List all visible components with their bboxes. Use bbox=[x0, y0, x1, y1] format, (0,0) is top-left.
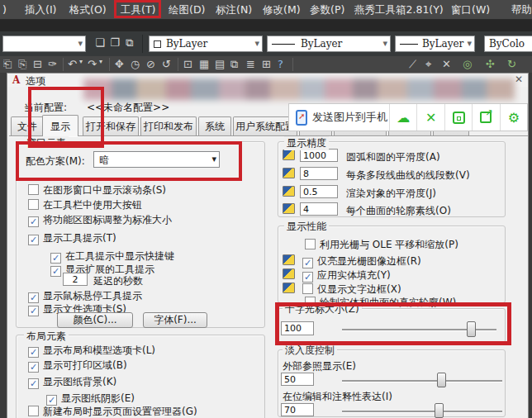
menu-item-dimension[interactable]: 标注(N) bbox=[216, 3, 252, 17]
sheet-set-icon[interactable]: ⧉ bbox=[230, 58, 238, 71]
lineweight-glyph bbox=[400, 44, 418, 45]
plotstyle-combo[interactable]: ByColo bbox=[484, 36, 532, 52]
redo-icon[interactable]: ↷ bbox=[88, 58, 97, 70]
check-page-setup-manager[interactable]: 新建布局时显示页面设置管理器(G) bbox=[28, 405, 197, 416]
inplace-edit-slider-handle[interactable] bbox=[435, 403, 444, 418]
tab-system[interactable]: 系统 bbox=[198, 116, 231, 135]
menu-item-clipped[interactable]: ) bbox=[2, 3, 7, 16]
check-tooltips[interactable]: ✓显示工具提示(T) bbox=[28, 231, 116, 243]
checkbox[interactable] bbox=[305, 239, 316, 249]
check-paper-background[interactable]: ✓显示图纸背景(K) bbox=[28, 375, 116, 387]
layer-states-icon[interactable]: ⧉ bbox=[122, 36, 137, 50]
send-to-phone-button[interactable]: ➚ 发送图片到手机 bbox=[289, 104, 390, 131]
delay-seconds-field[interactable] bbox=[63, 273, 88, 286]
linetype-combo[interactable]: ByLayer ▾ bbox=[267, 36, 391, 52]
properties-palette-icon[interactable]: ⊡ bbox=[183, 58, 192, 70]
checkbox[interactable]: ✓ bbox=[302, 272, 313, 283]
check-label: 显示可打印区域(B) bbox=[43, 359, 127, 371]
xref-display-slider-track[interactable] bbox=[342, 380, 502, 382]
menu-item-yanxiu-toolbox[interactable]: 燕秀工具箱2.81(Y) bbox=[354, 3, 444, 17]
revolve-icon[interactable]: ↻ bbox=[507, 58, 516, 70]
construction-line-icon[interactable]: ⟋ bbox=[409, 58, 416, 71]
arc-smoothness-field[interactable] bbox=[300, 149, 338, 162]
color-combo[interactable]: ByLayer ▾ bbox=[149, 36, 263, 52]
checkbox[interactable]: ✓ bbox=[28, 235, 39, 245]
xref-display-slider-handle[interactable] bbox=[437, 373, 446, 387]
check-large-buttons[interactable]: 在工具栏中使用大按钮 bbox=[28, 198, 142, 210]
checkbox[interactable]: ✓ bbox=[28, 362, 39, 373]
circle-constraint-icon[interactable]: ◎ bbox=[463, 58, 472, 70]
checkbox[interactable]: ✓ bbox=[28, 378, 39, 389]
settings-button[interactable]: ⚙ bbox=[501, 104, 527, 131]
check-raster-frame-only[interactable]: ✓仅亮显光栅图像边框(R) bbox=[302, 254, 421, 266]
paste-icon[interactable]: ⎘ bbox=[18, 58, 26, 71]
check-rollover-tooltips[interactable]: ✓显示鼠标悬停工具提示 bbox=[28, 289, 142, 301]
menu-item-window[interactable]: 窗口(W) bbox=[451, 3, 490, 17]
check-scrollbars[interactable]: 在图形窗口中显示滚动条(S) bbox=[28, 183, 166, 195]
checkbox[interactable] bbox=[28, 406, 39, 416]
check-raster-ole-pan-zoom[interactable]: 利用光栅与 OLE 平移和缩放(P) bbox=[305, 238, 458, 249]
zoom-previous-icon[interactable]: ↺ bbox=[162, 58, 171, 70]
cloud-upload-button[interactable]: ☁ bbox=[390, 104, 417, 131]
help-icon[interactable]: ? bbox=[278, 58, 283, 70]
layer-previous-icon[interactable]: ❐ bbox=[107, 36, 122, 50]
check-solid-fill[interactable]: ✓应用实体填充(Y) bbox=[302, 268, 391, 280]
colors-button[interactable]: 颜色(C)... bbox=[57, 312, 133, 328]
menu-item-format[interactable]: 格式(O) bbox=[69, 3, 107, 17]
lineweight-combo[interactable]: ByLayer ▾ bbox=[395, 36, 475, 52]
share-button[interactable]: ↗ bbox=[473, 104, 500, 131]
inplace-edit-field[interactable] bbox=[281, 403, 314, 416]
rendered-smoothness-field[interactable] bbox=[300, 185, 338, 198]
check-printable-area[interactable]: ✓显示可打印区域(B) bbox=[28, 359, 127, 370]
menu-item-draw[interactable]: 绘图(D) bbox=[169, 3, 205, 17]
polyline-segments-field[interactable] bbox=[300, 167, 338, 180]
check-layout-model-tabs[interactable]: ✓显示布局和模型选项卡(L) bbox=[28, 344, 155, 355]
checkbox[interactable]: ✓ bbox=[28, 216, 39, 227]
check-paper-shadow[interactable]: ✓显示图纸阴影(E) bbox=[46, 392, 135, 403]
annotation-box-tools-menu bbox=[114, 0, 161, 18]
pan-icon[interactable]: ✥ bbox=[115, 58, 124, 70]
point-style-icon[interactable]: ⌖ bbox=[425, 58, 431, 71]
toolbar-separator bbox=[292, 58, 293, 71]
checkbox[interactable]: ✓ bbox=[28, 306, 39, 316]
plot-icon[interactable]: ⊟ bbox=[33, 58, 42, 70]
checkbox[interactable] bbox=[28, 184, 39, 195]
surface-contour-field[interactable] bbox=[300, 202, 338, 216]
check-shortcut-keys-in-tooltips[interactable]: ✓在工具提示中显示快捷键 bbox=[50, 249, 174, 261]
check-text-boundary-only[interactable]: 仅显示文字边框(X) bbox=[302, 283, 401, 294]
xref-display-field[interactable] bbox=[281, 373, 314, 386]
menu-item-help[interactable]: 帮助 bbox=[511, 3, 532, 17]
checkbox[interactable]: ✓ bbox=[302, 258, 313, 268]
checkbox[interactable] bbox=[302, 283, 313, 294]
check-ribbon-icon-size[interactable]: ✓将功能区图标调整为标准大小 bbox=[28, 213, 172, 225]
menu-item-modify[interactable]: 修改(M) bbox=[263, 3, 301, 17]
close-icon[interactable]: ✕ bbox=[515, 74, 523, 85]
designcenter-icon[interactable]: ▦ bbox=[199, 58, 209, 70]
geometric-constraint-icon[interactable]: ✣ bbox=[486, 58, 495, 70]
redo-dropdown-icon[interactable]: ▾ bbox=[99, 58, 102, 65]
undo-icon[interactable]: ↶ bbox=[68, 58, 77, 70]
inplace-edit-slider-track[interactable] bbox=[342, 411, 502, 412]
copy-icon[interactable]: ⎗ bbox=[3, 58, 12, 71]
zoom-window-icon[interactable]: ⊘ bbox=[146, 58, 155, 70]
erase-icon[interactable]: ✕ bbox=[442, 58, 451, 70]
checkbox[interactable]: ✓ bbox=[28, 347, 39, 358]
match-properties-icon[interactable]: ✑ bbox=[48, 58, 57, 70]
tab-plot-publish[interactable]: 打印和发布 bbox=[140, 116, 197, 135]
quickcalc-icon[interactable]: ⊞ bbox=[262, 58, 271, 70]
menu-item-parametric[interactable]: 参数(P) bbox=[310, 3, 344, 17]
layer-combo[interactable]: ▾ bbox=[2, 36, 86, 52]
color-swatch bbox=[154, 40, 161, 48]
undo-dropdown-icon[interactable]: ▾ bbox=[79, 58, 83, 65]
menu-item-insert[interactable]: 插入(I) bbox=[25, 3, 56, 17]
expand-button[interactable]: ✕ bbox=[417, 104, 444, 131]
layer-properties-icon[interactable]: ❏ bbox=[93, 36, 107, 50]
fonts-button[interactable]: 字体(F)... bbox=[143, 312, 207, 328]
checkbox[interactable]: ✓ bbox=[50, 266, 61, 277]
tool-palettes-icon[interactable]: ▤ bbox=[215, 58, 225, 70]
markup-icon[interactable]: ≣ bbox=[246, 58, 255, 70]
checkbox[interactable] bbox=[28, 199, 39, 210]
zoom-realtime-icon[interactable]: ◷ bbox=[131, 58, 140, 70]
save-button[interactable] bbox=[445, 104, 473, 131]
chevron-down-icon: ▾ bbox=[254, 38, 259, 49]
